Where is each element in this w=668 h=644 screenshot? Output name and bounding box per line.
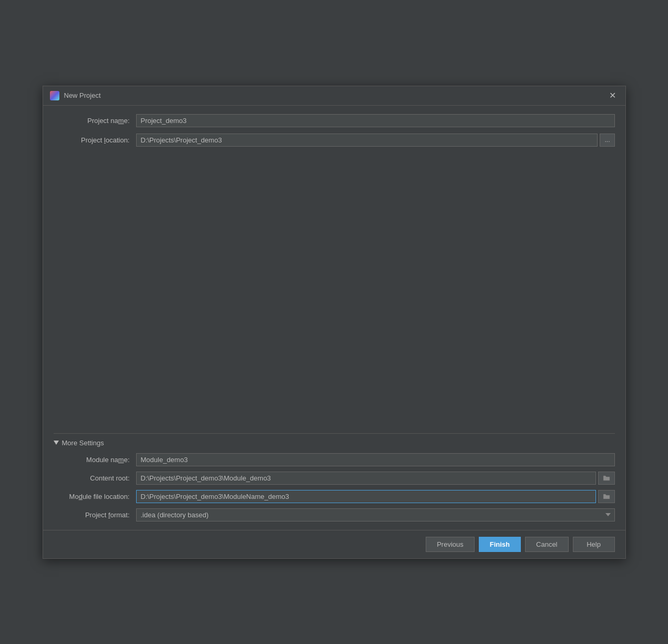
project-format-label: Project format: [54,511,130,519]
app-icon [49,90,60,101]
module-name-label: Module name: [54,456,130,464]
content-root-browse-button[interactable] [598,472,615,485]
project-location-browse-button[interactable]: ... [600,134,614,147]
folder-icon [603,475,610,481]
module-file-location-label: Module file location: [54,493,130,500]
project-name-input[interactable] [136,114,615,127]
module-name-input[interactable] [136,453,615,466]
project-name-input-wrapper [136,114,615,127]
more-settings-label: More Settings [62,439,104,447]
module-file-location-browse-button[interactable] [598,490,615,503]
project-location-label: Project location: [54,136,130,144]
project-name-label: Project name: [54,117,130,125]
content-root-input[interactable] [136,472,596,485]
close-button[interactable]: ✕ [606,90,619,101]
help-button[interactable]: Help [573,537,615,552]
more-settings-section: More Settings Module name: Content root: [54,433,615,522]
project-format-select-wrapper: .idea (directory based) .ipr (file based… [136,508,615,522]
title-bar: New Project ✕ [43,86,625,106]
module-file-location-input[interactable] [136,490,596,503]
more-settings-header[interactable]: More Settings [54,439,615,447]
previous-button[interactable]: Previous [426,537,475,552]
content-root-row: Content root: [54,472,615,485]
project-location-input-wrapper: ... [136,134,615,147]
module-file-location-input-wrapper [136,490,615,503]
dialog-title: New Project [64,91,101,99]
module-name-input-wrapper [136,453,615,466]
module-file-location-row: Module file location: [54,490,615,503]
dialog-footer: Previous Finish Cancel Help [43,530,625,558]
module-name-row: Module name: [54,453,615,466]
project-location-row: Project location: ... [54,134,615,147]
project-format-row: Project format: .idea (directory based) … [54,508,615,522]
collapse-triangle-icon [54,441,59,445]
new-project-dialog: New Project ✕ Project name: Project loca… [43,86,626,559]
content-root-input-wrapper [136,472,615,485]
cancel-button[interactable]: Cancel [525,537,568,552]
project-location-input[interactable] [136,134,598,147]
spacer [54,153,615,425]
project-format-select[interactable]: .idea (directory based) .ipr (file based… [136,508,615,522]
project-format-dropdown-wrapper: .idea (directory based) .ipr (file based… [136,508,615,522]
project-name-row: Project name: [54,114,615,127]
finish-button[interactable]: Finish [479,537,521,552]
more-settings-fields: Module name: Content root: [54,453,615,522]
title-bar-left: New Project [49,90,101,101]
content-root-label: Content root: [54,474,130,482]
folder-icon-2 [603,493,610,499]
dialog-body: Project name: Project location: ... More… [43,106,625,530]
app-icon-inner [50,91,59,100]
